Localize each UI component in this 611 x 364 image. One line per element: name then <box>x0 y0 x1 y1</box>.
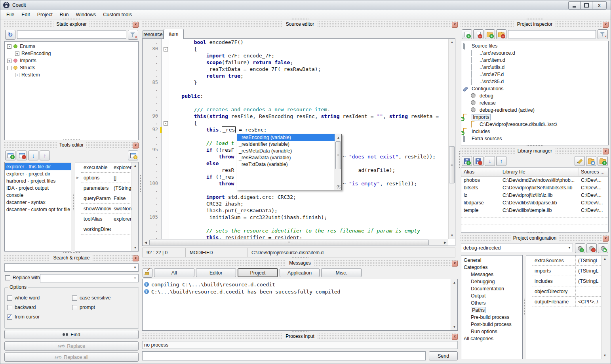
configuration-selector[interactable]: debug-redirected ▼ <box>461 244 573 252</box>
hscroll-thumb[interactable] <box>149 240 429 245</box>
line-number[interactable]: 85 <box>143 79 162 86</box>
close-panel-icon[interactable]: x <box>603 22 609 28</box>
property-row[interactable]: includes(TStringL <box>532 276 601 286</box>
property-row[interactable]: executableexplorer <box>81 162 132 173</box>
project-tree-item[interactable]: ..\src\utils.d <box>461 64 608 71</box>
line-number[interactable]: . <box>143 140 162 147</box>
add-configuration-button[interactable]: + <box>575 243 585 253</box>
line-number[interactable]: . <box>143 66 162 72</box>
tool-list-item[interactable]: console <box>5 192 71 199</box>
close-panel-icon[interactable]: x <box>133 22 139 28</box>
static-explorer-header[interactable]: Static explorer x <box>4 21 139 28</box>
editor-hscrollbar[interactable]: ◀ ▶ <box>143 239 448 246</box>
completion-item[interactable]: _resEncoding (variable) <box>237 134 335 141</box>
code-line[interactable]: { <box>169 46 448 52</box>
close-panel-icon[interactable]: x <box>452 261 458 267</box>
project-tree-item[interactable]: ..\src\z85.d <box>461 78 608 85</box>
edit-library-button[interactable] <box>575 156 585 166</box>
project-configuration-header[interactable]: Project configuration x <box>460 235 609 242</box>
close-panel-icon[interactable]: x <box>603 236 609 242</box>
scroll-up-icon[interactable]: ▲ <box>335 134 342 141</box>
move-library-down-button[interactable]: ↓ <box>485 156 495 166</box>
project-tree-item[interactable]: ..\src\e7F.d <box>461 71 608 78</box>
tool-list-item[interactable]: harbored - project files <box>5 177 71 185</box>
source-editor-header[interactable]: Source editor x <box>141 21 459 28</box>
process-input-header[interactable]: Process input x <box>141 333 459 340</box>
code-line[interactable]: _resTxtData = encode_7F(_resRawData); <box>169 66 448 72</box>
config-category-item[interactable]: Paths <box>461 307 522 314</box>
scroll-down-icon[interactable]: ▼ <box>449 232 455 239</box>
line-number[interactable]: 80 <box>143 46 162 52</box>
option-prompt[interactable]: prompt <box>72 303 137 312</box>
line-number[interactable]: 92 <box>143 126 162 133</box>
maximize-button[interactable] <box>580 1 592 10</box>
tool-list-item[interactable]: dscanner - syntax <box>5 199 71 206</box>
code-line[interactable] <box>169 86 448 93</box>
from-cursor-checkbox[interactable] <box>7 314 12 320</box>
project-tree-item[interactable]: ▶Includes <box>461 128 608 135</box>
clear-filter-button[interactable]: x <box>128 30 138 40</box>
code-line[interactable]: ihash.put(_resRawData); <box>169 207 448 214</box>
symbol-tree-item[interactable]: -Structs <box>5 64 138 71</box>
fold-margin[interactable]: -- <box>162 39 169 239</box>
project-tree-item[interactable]: debug-redirected (active) <box>461 107 608 114</box>
line-number[interactable]: 90 <box>143 113 162 120</box>
completion-scrollbar[interactable]: ▲ ▼ <box>335 134 341 190</box>
line-number[interactable]: 95 <box>143 147 162 153</box>
property-row[interactable]: objectDirectory <box>532 286 601 297</box>
code-line[interactable]: // sets the resource identifier to the r… <box>169 227 448 234</box>
tool-list-item[interactable]: explorer - project dir <box>5 170 71 177</box>
line-number-gutter[interactable]: .80....85....90.92..95....100....105... <box>143 39 162 239</box>
completion-item[interactable]: _resRawData (variable) <box>237 154 335 161</box>
line-number[interactable]: . <box>143 200 162 207</box>
tab-resource[interactable]: resource <box>143 30 164 38</box>
symbol-tree-item[interactable]: +ResItem <box>5 71 138 78</box>
line-number[interactable]: . <box>143 133 162 140</box>
search-replace-header[interactable]: Search & replace x <box>4 255 139 261</box>
library-row[interactable]: phobosC:\Dev\dmd2\windows\lib\phob...C:\… <box>461 177 608 184</box>
config-category-item[interactable]: Post-build process <box>461 321 522 328</box>
config-category-item[interactable]: Run options <box>461 328 522 335</box>
library-row[interactable]: libdparseC:\Dev\dlibs\libdparse.libC:\De… <box>461 199 608 207</box>
line-number[interactable]: . <box>143 173 162 180</box>
add-source-button[interactable]: + <box>462 29 472 39</box>
whole-word-checkbox[interactable] <box>7 295 12 301</box>
code-line[interactable]: this._resIdentifier = resIdent; <box>169 234 448 239</box>
code-line[interactable]: scope(failure) return false; <box>169 59 448 66</box>
config-category-item[interactable]: Documentation <box>461 285 522 292</box>
replace-all-button[interactable]: a⇄bReplace all <box>4 353 139 362</box>
code-line[interactable]: this._res = resEnc; <box>169 126 448 133</box>
line-number[interactable]: . <box>143 120 162 126</box>
config-category-item[interactable]: Others <box>461 299 522 307</box>
menu-item-custom-tools[interactable]: Custom tools <box>99 11 135 19</box>
project-tree-item[interactable]: Source files <box>461 42 608 50</box>
library-manager-header[interactable]: Library manager x <box>460 148 609 154</box>
splitter-grip-icon[interactable] <box>140 175 141 192</box>
line-number[interactable]: . <box>143 39 162 46</box>
remove-configuration-button[interactable]: − <box>586 243 597 253</box>
add-library-button[interactable]: + <box>462 156 472 166</box>
title-bar[interactable]: Coedit X <box>0 0 611 10</box>
tool-list-item[interactable]: dscanner - custom opt for file <box>5 206 71 213</box>
symbol-tree-item[interactable]: +Imports <box>5 57 138 64</box>
inspector-clear-filter-button[interactable]: x <box>598 29 608 39</box>
line-number[interactable]: . <box>143 93 162 99</box>
replace-term-combobox[interactable]: ▼ <box>40 274 139 282</box>
line-number[interactable]: . <box>143 160 162 167</box>
project-inspector-header[interactable]: Project inspector x <box>460 21 609 28</box>
find-button[interactable]: Find <box>4 330 139 339</box>
inspector-filter-input[interactable] <box>508 30 596 38</box>
process-input-field[interactable] <box>142 351 426 360</box>
project-tree-item[interactable]: ..\src\item.d <box>461 57 608 64</box>
line-number[interactable]: . <box>143 52 162 59</box>
option-backward[interactable]: backward <box>7 303 72 312</box>
property-row[interactable]: outputFilename<CPP>..\ <box>532 297 601 307</box>
scroll-up-icon[interactable]: ▲ <box>449 39 455 46</box>
close-panel-icon[interactable]: x <box>603 149 609 154</box>
drag-grip-icon[interactable] <box>526 145 544 147</box>
expand-icon[interactable]: + <box>15 73 19 77</box>
config-category-item[interactable]: All categories <box>461 335 522 342</box>
remove-library-button[interactable]: − <box>473 156 483 166</box>
config-category-item[interactable]: Debugging <box>461 278 522 285</box>
line-number[interactable]: . <box>143 153 162 160</box>
